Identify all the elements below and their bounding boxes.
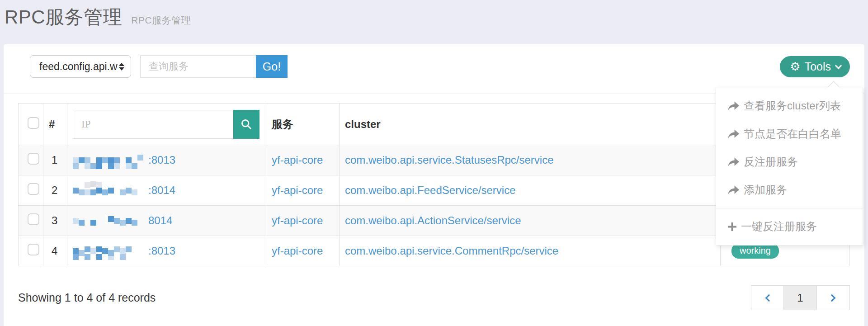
row-index: 3 xyxy=(43,206,67,236)
page-1-button[interactable]: 1 xyxy=(784,285,817,310)
menu-item-add-service[interactable]: 添加服务 xyxy=(716,176,863,204)
page-subtitle: RPC服务管理 xyxy=(131,15,191,25)
select-all-checkbox[interactable] xyxy=(28,117,39,129)
row-checkbox[interactable] xyxy=(28,213,39,225)
service-column-header: 服务 xyxy=(266,104,340,145)
page-title: RPC服务管理 xyxy=(5,6,122,28)
group-select[interactable]: feed.config.api.w xyxy=(30,55,131,78)
redacted-ip-pixels xyxy=(73,248,79,254)
records-summary: Showing 1 to 4 of 4 records xyxy=(18,291,156,304)
menu-item-label: 一键反注册服务 xyxy=(741,219,817,234)
share-arrow-icon xyxy=(728,157,739,167)
service-link[interactable]: yf-api-core xyxy=(272,245,323,257)
chevron-down-icon xyxy=(835,62,842,69)
row-index: 1 xyxy=(43,145,67,175)
redacted-ip-pixels xyxy=(73,188,79,194)
ip-port: :8013 xyxy=(148,245,175,257)
service-link[interactable]: yf-api-core xyxy=(272,184,323,196)
ip-link[interactable]: :8013 xyxy=(73,154,260,166)
chevron-left-icon xyxy=(765,294,773,302)
toolbar: feed.config.api.w Go! ⚙ Tools xyxy=(4,44,864,78)
ip-filter xyxy=(73,110,260,139)
go-button[interactable]: Go! xyxy=(256,55,288,78)
menu-item-label: 查看服务cluster列表 xyxy=(744,99,841,113)
table-footer: Showing 1 to 4 of 4 records 1 xyxy=(18,285,850,310)
service-link[interactable]: yf-api-core xyxy=(272,154,323,166)
search-icon xyxy=(240,118,253,131)
cluster-link[interactable]: com.weibo.api.FeedService/service xyxy=(345,184,516,196)
select-caret-icon xyxy=(119,63,124,71)
service-search-input[interactable] xyxy=(140,55,256,78)
menu-item-node-whitelist[interactable]: 节点是否在白白名单 xyxy=(716,120,863,148)
service-link[interactable]: yf-api-core xyxy=(272,214,323,227)
pagination: 1 xyxy=(751,285,850,310)
index-column-header: # xyxy=(43,104,67,145)
ip-search-button[interactable] xyxy=(233,110,259,139)
tools-button[interactable]: ⚙ Tools xyxy=(780,56,850,77)
redacted-ip-pixels xyxy=(73,157,79,163)
ip-port: 8014 xyxy=(148,214,172,227)
row-index: 2 xyxy=(43,175,67,206)
ip-port: :8014 xyxy=(148,184,175,197)
next-page-button[interactable] xyxy=(817,285,850,310)
status-badge: working xyxy=(731,243,779,259)
service-search-group: Go! xyxy=(140,55,288,78)
menu-item-unregister-service[interactable]: 反注册服务 xyxy=(716,148,863,176)
share-arrow-icon xyxy=(728,101,739,111)
row-checkbox[interactable] xyxy=(28,153,39,165)
group-select-value: feed.config.api.w xyxy=(39,61,118,73)
ip-filter-input[interactable] xyxy=(73,110,233,139)
redacted-ip-pixels xyxy=(73,218,79,224)
tools-dropdown-menu: 查看服务cluster列表 节点是否在白白名单 反注册服务 添加服务 一键反注册… xyxy=(716,87,863,246)
ip-link[interactable]: :8013 xyxy=(73,245,260,257)
menu-item-label: 节点是否在白白名单 xyxy=(744,127,841,141)
row-checkbox[interactable] xyxy=(28,183,39,195)
gear-icon: ⚙ xyxy=(790,61,800,72)
chevron-right-icon xyxy=(828,294,836,302)
share-arrow-icon xyxy=(728,185,739,195)
page-header: RPC服务管理 RPC服务管理 xyxy=(0,0,868,40)
menu-item-view-cluster-list[interactable]: 查看服务cluster列表 xyxy=(716,92,863,120)
menu-item-label: 反注册服务 xyxy=(744,155,798,169)
row-index: 4 xyxy=(43,236,67,266)
menu-divider xyxy=(716,208,863,208)
plus-icon xyxy=(728,222,736,231)
ip-link[interactable]: :8014 xyxy=(73,184,260,197)
cluster-link[interactable]: com.weibo.api.service.StatusesRpc/servic… xyxy=(345,154,554,166)
ip-link[interactable]: 8014 xyxy=(73,214,260,227)
cluster-link[interactable]: com.weibo.api.ActionService/service xyxy=(345,214,521,227)
cluster-link[interactable]: com.weibo.api.service.CommentRpc/service xyxy=(345,245,558,257)
tools-button-label: Tools xyxy=(805,60,831,73)
menu-item-one-click-unregister[interactable]: 一键反注册服务 xyxy=(716,213,863,241)
previous-page-button[interactable] xyxy=(751,285,784,310)
menu-item-label: 添加服务 xyxy=(744,183,787,197)
share-arrow-icon xyxy=(728,129,739,139)
ip-port: :8013 xyxy=(148,154,175,166)
row-checkbox[interactable] xyxy=(28,244,39,255)
cluster-column-header: cluster xyxy=(340,104,721,145)
